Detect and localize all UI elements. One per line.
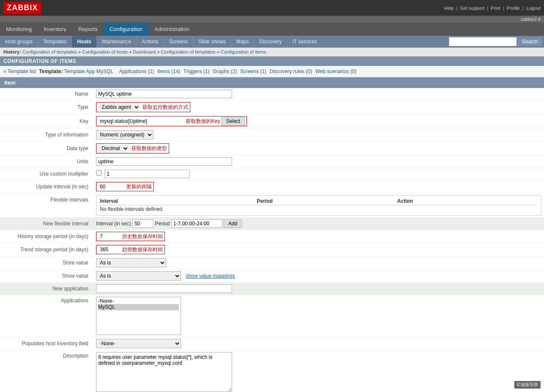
top-bar: ZABBIX Help | Get support | Print | Prof…: [0, 0, 544, 16]
store-value-row: Store value As is Delta (speed per secon…: [0, 256, 544, 270]
key-input[interactable]: [98, 117, 183, 125]
nav-configuration[interactable]: Configuration: [104, 23, 148, 36]
search-button[interactable]: Search: [518, 37, 542, 46]
flexible-intervals-label: Flexible intervals: [0, 193, 94, 218]
tab-screens[interactable]: Screens (1): [240, 68, 266, 74]
breadcrumb-config-hosts[interactable]: Configuration of hosts: [82, 49, 128, 54]
history-input[interactable]: [98, 233, 119, 240]
tab-discovery-rules[interactable]: Discovery rules (0): [269, 68, 312, 74]
subnav-hosts[interactable]: Hosts: [72, 36, 96, 48]
trend-input[interactable]: [98, 246, 119, 253]
template-name-link[interactable]: Template App MySQL: [64, 68, 113, 74]
type-label: Type: [0, 100, 94, 114]
tab-applications[interactable]: Applications (1): [119, 68, 154, 74]
show-value-cell: As is show value mappings: [94, 270, 544, 283]
logout-link[interactable]: Logout: [526, 6, 541, 11]
add-flex-interval-button[interactable]: Add: [224, 219, 242, 228]
tab-triggers[interactable]: Triggers (1): [183, 68, 210, 74]
description-label: Description: [0, 350, 94, 392]
history-annotation-text: 历史数据保存时间: [122, 233, 163, 240]
type-info-select[interactable]: Numeric (unsigned): [96, 130, 153, 139]
show-value-select[interactable]: As is: [96, 271, 181, 281]
description-value-cell: [94, 350, 544, 392]
name-value-cell: [94, 88, 544, 100]
update-interval-annotation-text: 更新的间隔: [126, 183, 152, 190]
nav-reports[interactable]: Reports: [72, 23, 104, 36]
tab-web-scenarios[interactable]: Web scenarios (0): [315, 68, 357, 74]
profile-link[interactable]: Profile: [507, 6, 520, 11]
item-form: Name Type Zabbix agent 获取监控数据的方式 Key: [0, 88, 544, 392]
applications-listbox[interactable]: -None- MySQL: [96, 297, 181, 335]
subnav-it-services[interactable]: IT services: [287, 36, 323, 48]
data-type-label: Data type: [0, 142, 94, 156]
breadcrumb-config-templates[interactable]: Configuration of templates: [23, 49, 77, 54]
get-support-link[interactable]: Get support: [460, 6, 484, 11]
applications-value-cell: -None- MySQL: [94, 295, 544, 337]
type-value-cell: Zabbix agent 获取监控数据的方式: [94, 100, 544, 114]
subnav-slide-shows[interactable]: Slide shows: [193, 36, 231, 48]
tab-graphs[interactable]: Graphs (2): [212, 68, 237, 74]
logo: ZABBIX: [3, 2, 41, 14]
back-to-template-list[interactable]: « Template list: [3, 68, 36, 74]
subnav-actions[interactable]: Actions: [136, 36, 164, 48]
new-application-row: New application: [0, 283, 544, 295]
populates-row: Populates host inventory field -None-: [0, 337, 544, 350]
section-header: CONFIGURATION OF ITEMS: [0, 57, 544, 66]
applications-row: Applications -None- MySQL: [0, 295, 544, 337]
tab-items[interactable]: Items (14): [157, 68, 180, 74]
type-info-row: Type of information Numeric (unsigned): [0, 128, 544, 142]
breadcrumb-config-templates2[interactable]: Configuration of templates: [161, 49, 215, 54]
breadcrumb-dashboard[interactable]: Dashboard: [133, 49, 156, 54]
populates-select[interactable]: -None-: [96, 339, 181, 348]
nav-monitoring[interactable]: Monitoring: [0, 23, 38, 36]
subnav-maps[interactable]: Maps: [231, 36, 254, 48]
print-link[interactable]: Print: [491, 6, 501, 11]
help-link[interactable]: Help: [444, 6, 454, 11]
populates-value-cell: -None-: [94, 337, 544, 350]
update-interval-annotation-box: 更新的间隔: [96, 182, 154, 191]
custom-mult-checkbox[interactable]: [96, 170, 102, 176]
custom-mult-value-cell: [94, 168, 544, 180]
flex-col-period: Period: [257, 197, 397, 205]
subnav-host-groups[interactable]: Host groups: [0, 36, 38, 48]
units-value-cell: [94, 156, 544, 168]
type-row: Type Zabbix agent 获取监控数据的方式: [0, 100, 544, 114]
nav-inventory[interactable]: Inventory: [38, 23, 72, 36]
custom-mult-input[interactable]: [105, 170, 190, 178]
store-value-select[interactable]: As is Delta (speed per second) Delta (si…: [96, 258, 166, 267]
subnav-discovery[interactable]: Discovery: [254, 36, 287, 48]
new-flex-period-input[interactable]: [171, 219, 222, 228]
history-annotation-box: 历史数据保存时间: [96, 232, 165, 241]
breadcrumb-config-items[interactable]: Configuration of items: [221, 49, 266, 54]
data-type-annotation-box: Decimal 获取数据的类型: [96, 143, 169, 153]
name-row: Name: [0, 88, 544, 100]
populates-label: Populates host inventory field: [0, 337, 94, 350]
top-links: Help | Get support | Print | Profile | L…: [444, 6, 541, 11]
name-label: Name: [0, 88, 94, 100]
flexible-intervals-value-cell: Interval Period Action No flexible inter…: [94, 193, 544, 218]
subnav-screens[interactable]: Screens: [164, 36, 193, 48]
new-application-input[interactable]: [96, 284, 232, 293]
units-input[interactable]: [96, 157, 232, 166]
key-select-button[interactable]: Select: [221, 117, 245, 125]
content: Item Name Type Zabbix agent 获取监控数据的方式: [0, 77, 544, 392]
nav-administration[interactable]: Administration: [148, 23, 195, 36]
key-annotation-box: 获取数据的Key Select: [96, 116, 247, 126]
show-value-mappings-link[interactable]: show value mappings: [186, 273, 235, 279]
data-type-value-cell: Decimal 获取数据的类型: [94, 142, 544, 156]
update-interval-input[interactable]: [98, 183, 124, 190]
history-row: History storage period (in days) 历史数据保存时…: [0, 230, 544, 243]
version-bar: zabbix2.4: [0, 16, 544, 23]
search-input[interactable]: [449, 37, 517, 46]
key-label: Key: [0, 114, 94, 128]
update-interval-label: Update interval (in sec): [0, 180, 94, 193]
type-select[interactable]: Zabbix agent: [98, 103, 140, 111]
flex-col-action: Action: [397, 197, 538, 205]
new-flex-interval-input[interactable]: [132, 219, 153, 228]
key-row: Key 获取数据的Key Select: [0, 114, 544, 128]
description-textarea[interactable]: [96, 352, 232, 392]
name-input[interactable]: [96, 90, 232, 98]
subnav-maintenance[interactable]: Maintenance: [97, 36, 137, 48]
data-type-select[interactable]: Decimal: [98, 144, 129, 153]
subnav-templates[interactable]: Templates: [38, 36, 72, 48]
